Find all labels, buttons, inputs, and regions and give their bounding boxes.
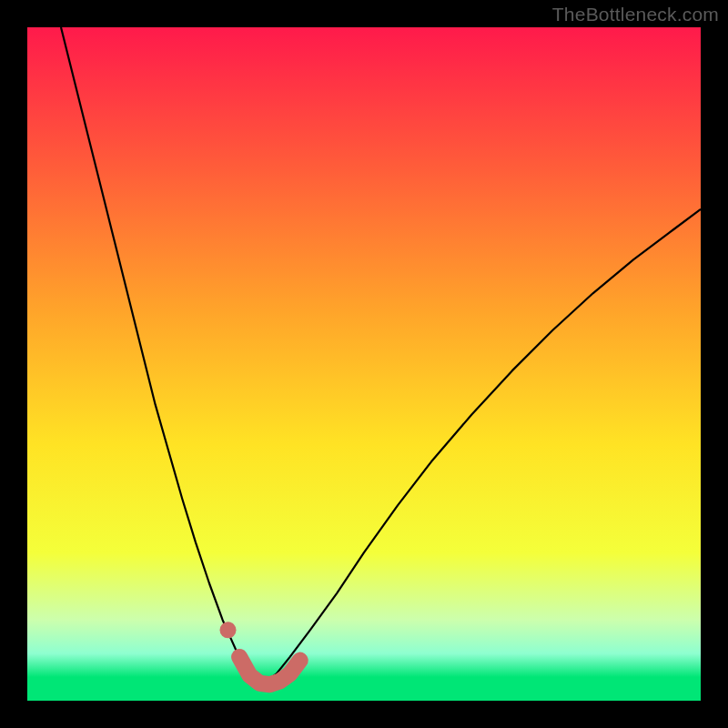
watermark-text: TheBottleneck.com [552, 4, 719, 25]
plot-area [27, 27, 701, 701]
highlight-dot [220, 622, 237, 638]
frame-border [0, 0, 27, 728]
frame-border [0, 701, 728, 728]
bottleneck-chart: TheBottleneck.com [0, 0, 728, 728]
frame-border [701, 0, 728, 728]
gradient-background [27, 27, 701, 701]
